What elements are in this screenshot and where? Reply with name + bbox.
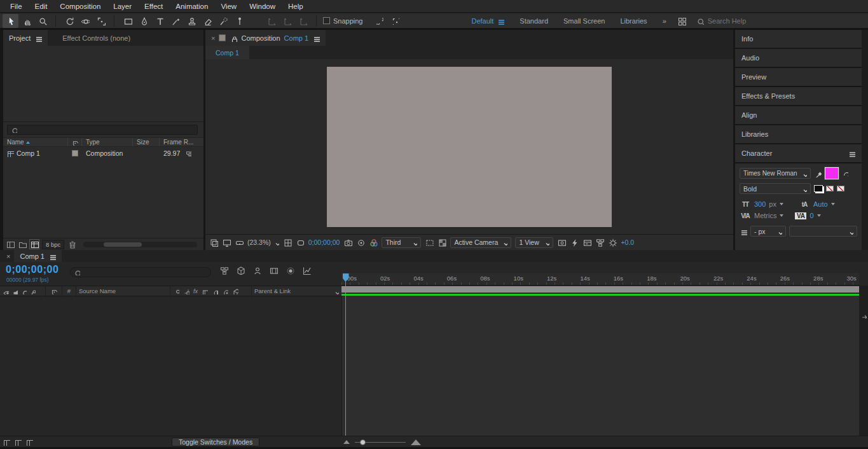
workspace-small-screen[interactable]: Small Screen: [556, 17, 612, 25]
lock-icon[interactable]: [230, 34, 237, 42]
dropdown-arrow-icon[interactable]: [780, 203, 783, 205]
column-label[interactable]: [68, 138, 82, 146]
magnification-popup[interactable]: (23.3%): [247, 238, 279, 246]
label-color-chip[interactable]: [72, 150, 78, 156]
label-column-header[interactable]: [46, 286, 62, 296]
camera-orbit-tool-icon[interactable]: [77, 14, 93, 28]
snapshot-camera-icon[interactable]: [343, 238, 352, 247]
leading-value[interactable]: Auto: [813, 200, 828, 208]
rectangle-tool-icon[interactable]: [120, 14, 135, 28]
menu-edit[interactable]: Edit: [29, 0, 54, 13]
view-axis-mode-icon[interactable]: [295, 14, 311, 28]
table-row[interactable]: Comp 1 Composition 29.97: [3, 147, 203, 159]
audio-icon[interactable]: [11, 288, 18, 294]
panel-header-align[interactable]: Align: [735, 106, 862, 124]
region-of-interest-icon[interactable]: [425, 238, 434, 247]
vr-goggles-icon[interactable]: [235, 238, 244, 247]
local-axis-mode-icon[interactable]: [263, 14, 279, 28]
graph-editor-icon[interactable]: [302, 266, 311, 275]
number-column-header[interactable]: #: [62, 286, 76, 296]
timeline-tab-comp1[interactable]: Comp 1: [14, 250, 62, 262]
toggle-inout-pane-icon[interactable]: [25, 438, 33, 446]
stroke-color-swatch[interactable]: [814, 185, 823, 192]
menu-window[interactable]: Window: [243, 0, 282, 13]
stroke-options-icon[interactable]: [740, 228, 747, 235]
view-layout-popup[interactable]: 1 View: [515, 237, 553, 248]
panel-header-character[interactable]: Character: [735, 144, 862, 162]
dropdown-arrow-icon[interactable]: [831, 203, 835, 205]
resolution-popup[interactable]: Third: [382, 237, 421, 248]
zoom-slider-track[interactable]: [355, 442, 406, 443]
fast-previews-icon[interactable]: [570, 238, 579, 247]
workspace-apps-icon[interactable]: [674, 14, 690, 28]
font-size-value[interactable]: 300: [754, 200, 766, 208]
swap-colors-icon[interactable]: [842, 170, 848, 177]
brush-tool-icon[interactable]: [167, 14, 183, 28]
panel-menu-icon[interactable]: [848, 149, 855, 157]
mini-flowchart-icon[interactable]: [219, 266, 228, 275]
workspace-default[interactable]: Default: [464, 17, 513, 25]
show-snapshot-icon[interactable]: [356, 238, 365, 247]
comp-flowchart-icon[interactable]: [595, 238, 604, 247]
parent-link-column-header[interactable]: Parent & Link: [252, 286, 341, 296]
close-icon[interactable]: ×: [211, 34, 215, 42]
solo-icon[interactable]: [20, 288, 27, 294]
dropdown-arrow-icon[interactable]: [780, 214, 783, 217]
tab-composition[interactable]: × Composition Comp 1: [205, 30, 326, 46]
stroke-width-select[interactable]: - px: [750, 226, 786, 237]
column-type[interactable]: Type: [82, 138, 133, 146]
dropdown-arrow-icon[interactable]: [817, 214, 821, 217]
zoom-out-icon[interactable]: [343, 440, 350, 444]
motion-blur-icon[interactable]: [286, 266, 294, 275]
panel-menu-icon[interactable]: [48, 252, 56, 260]
3d-view-popup[interactable]: Active Camera: [450, 237, 511, 248]
timeline-search-input[interactable]: [83, 269, 207, 276]
switches-column-header[interactable]: fx: [170, 286, 252, 296]
tracking-value[interactable]: 0: [809, 212, 813, 219]
layers-stack-icon[interactable]: [209, 238, 218, 247]
timeline-button-icon[interactable]: [582, 238, 591, 247]
panel-header-effects-presets[interactable]: Effects & Presets: [735, 87, 862, 105]
pen-tool-icon[interactable]: [135, 14, 151, 28]
no-fill-chip[interactable]: [826, 186, 834, 191]
column-frame-rate[interactable]: Frame R...: [160, 138, 203, 146]
show-channel-icon[interactable]: [369, 238, 378, 247]
current-time-display[interactable]: 0;00;00;00: [308, 238, 340, 246]
clone-stamp-tool-icon[interactable]: [183, 14, 199, 28]
eyedropper-icon[interactable]: [814, 170, 822, 177]
tab-project[interactable]: Project: [3, 30, 48, 46]
composition-frame[interactable]: [327, 67, 612, 227]
grid-guide-options-icon[interactable]: [283, 238, 292, 247]
snap-features-icon[interactable]: [388, 14, 404, 28]
snapping-checkbox[interactable]: [323, 17, 330, 24]
draft-3d-icon[interactable]: [236, 266, 245, 275]
tab-effect-controls[interactable]: Effect Controls (none): [57, 30, 136, 46]
bit-depth-button[interactable]: 8 bpc: [42, 240, 64, 249]
panel-menu-icon[interactable]: [34, 34, 42, 42]
font-family-select[interactable]: Times New Roman: [740, 168, 811, 179]
workspace-libraries[interactable]: Libraries: [612, 17, 654, 25]
layer-list-empty[interactable]: [0, 296, 341, 436]
comp-marker-bin-icon[interactable]: [860, 312, 867, 319]
workspace-standard[interactable]: Standard: [512, 17, 556, 25]
menu-animation[interactable]: Animation: [169, 0, 214, 13]
project-hscrollbar[interactable]: [83, 242, 197, 247]
work-area-bar[interactable]: [341, 286, 859, 293]
selection-tool-icon[interactable]: [3, 14, 18, 28]
roto-brush-tool-icon[interactable]: [215, 14, 231, 28]
eye-icon[interactable]: [3, 288, 9, 294]
snap-options-icon[interactable]: [372, 14, 388, 28]
reset-exposure-icon[interactable]: [608, 238, 617, 247]
timeline-current-time[interactable]: 0;00;00;00: [6, 264, 59, 275]
transparency-grid-icon[interactable]: [437, 238, 446, 247]
viewer-subtab-comp1[interactable]: Comp 1: [205, 46, 249, 59]
column-size[interactable]: Size: [133, 138, 160, 146]
panel-header-info[interactable]: Info: [735, 30, 862, 48]
menu-file[interactable]: File: [4, 0, 29, 13]
stroke-style-select[interactable]: [789, 226, 857, 237]
zoom-tool-icon[interactable]: [34, 14, 50, 28]
time-ruler[interactable]: :00s02s04s06s08s10s12s14s16s18s20s22s24s…: [341, 273, 859, 286]
panel-menu-icon[interactable]: [312, 34, 320, 42]
kerning-value[interactable]: Metrics: [754, 212, 776, 219]
exposure-value[interactable]: +0.0: [621, 238, 634, 246]
